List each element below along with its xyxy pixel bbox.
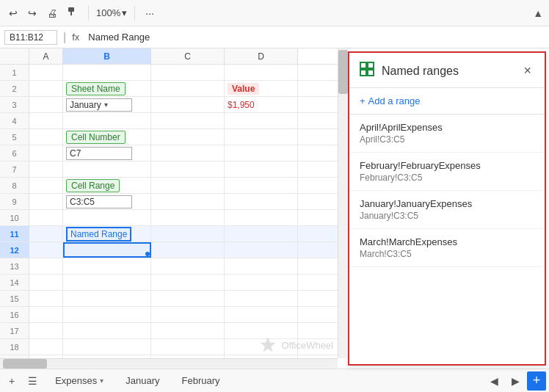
tab-january[interactable]: January: [115, 372, 170, 389]
cell-a4[interactable]: [29, 113, 63, 128]
row-number: 4: [0, 113, 29, 128]
cell-c7[interactable]: [151, 161, 225, 177]
cell-a2[interactable]: [29, 81, 63, 96]
cell-c9[interactable]: [151, 194, 225, 209]
cell-d1[interactable]: [225, 65, 298, 80]
sheet-list-button[interactable]: ☰: [22, 372, 43, 390]
watermark-text: OfficeWheel: [281, 340, 333, 351]
table-row: 3 January ▾ $1,950: [0, 97, 348, 113]
cell-b2[interactable]: Sheet Name: [63, 81, 151, 96]
cell-b9[interactable]: C3:C5: [63, 194, 151, 209]
cell-c10[interactable]: [151, 210, 225, 225]
cell-d2[interactable]: Value: [225, 81, 298, 96]
cell-d11[interactable]: [225, 226, 298, 242]
cell-c8[interactable]: [151, 178, 225, 193]
cell-b10[interactable]: [63, 210, 151, 225]
table-row: 6 C7: [0, 145, 348, 161]
row-number: 3: [0, 97, 29, 112]
svg-rect-3: [360, 62, 366, 68]
cell-a12[interactable]: [29, 242, 63, 258]
cell-d3[interactable]: $1,950: [225, 97, 298, 112]
cell-a5[interactable]: [29, 129, 63, 145]
list-item[interactable]: February!FebruaryExpenses February!C3:C5: [349, 153, 545, 191]
row-number: 16: [0, 307, 29, 322]
table-row: 1: [0, 65, 348, 81]
cell-a1[interactable]: [29, 65, 63, 80]
value-header: Value: [228, 83, 259, 95]
add-range-button[interactable]: + Add a range: [349, 88, 545, 115]
redo-button[interactable]: ↪: [25, 6, 40, 21]
cell-number-input[interactable]: C7: [66, 147, 132, 160]
cell-b12[interactable]: [63, 242, 151, 258]
horizontal-scrollbar[interactable]: [0, 358, 338, 369]
grid-icon: [360, 62, 374, 80]
cell-a9[interactable]: [29, 194, 63, 209]
named-ranges-panel: Named ranges × + Add a range April!April…: [348, 51, 546, 366]
print-button[interactable]: 🖨: [44, 6, 60, 21]
row-number: 10: [0, 210, 29, 225]
cell-b7[interactable]: [63, 161, 151, 177]
cell-d6[interactable]: [225, 145, 298, 161]
more-button[interactable]: ···: [142, 6, 157, 21]
tab-scroll-left[interactable]: ◀: [484, 372, 504, 390]
zoom-control[interactable]: 100% ▾: [96, 7, 127, 18]
cell-a8[interactable]: [29, 178, 63, 193]
tab-scroll-right[interactable]: ▶: [506, 372, 526, 390]
sheet-name-dropdown[interactable]: January ▾: [66, 98, 132, 112]
cell-a11[interactable]: [29, 226, 63, 242]
undo-button[interactable]: ↩: [6, 6, 21, 21]
cell-a3[interactable]: [29, 97, 63, 112]
range-ref: March!C3:C5: [360, 249, 534, 259]
scrollbar-thumb[interactable]: [338, 50, 348, 94]
cell-c2[interactable]: [151, 81, 225, 96]
cell-c12[interactable]: [151, 242, 225, 258]
cell-c11[interactable]: [151, 226, 225, 242]
vertical-scrollbar[interactable]: [338, 48, 348, 358]
cell-d7[interactable]: [225, 161, 298, 177]
cell-c3[interactable]: [151, 97, 225, 112]
cell-c1[interactable]: [151, 65, 225, 80]
cell-c5[interactable]: [151, 129, 225, 145]
formula-input[interactable]: Named Range: [88, 32, 545, 43]
hscrollbar-thumb[interactable]: [3, 359, 47, 369]
cell-d5[interactable]: [225, 129, 298, 145]
col-header-d: D: [225, 48, 298, 64]
range-name: April!AprilExpenses: [360, 122, 534, 133]
cell-d9[interactable]: [225, 194, 298, 209]
toolbar-separator2: [134, 6, 135, 21]
tab-expenses[interactable]: Expenses ▾: [45, 372, 114, 389]
row-number: 7: [0, 161, 29, 177]
cell-c4[interactable]: [151, 113, 225, 128]
cell-b6[interactable]: C7: [63, 145, 151, 161]
cell-d4[interactable]: [225, 113, 298, 128]
cell-d12[interactable]: [225, 242, 298, 258]
cell-range-input[interactable]: C3:C5: [66, 195, 132, 208]
cell-c6[interactable]: [151, 145, 225, 161]
cell-d8[interactable]: [225, 178, 298, 193]
close-button[interactable]: ×: [520, 62, 534, 80]
range-ref: February!C3:C5: [360, 173, 534, 183]
named-range-cell[interactable]: Named Range: [66, 227, 131, 242]
cell-b1[interactable]: [63, 65, 151, 80]
cell-a6[interactable]: [29, 145, 63, 161]
cell-b5[interactable]: Cell Number: [63, 129, 151, 145]
table-row: 11 Named Range: [0, 226, 348, 242]
svg-rect-1: [70, 12, 72, 15]
explore-button[interactable]: +: [527, 371, 546, 391]
cell-a10[interactable]: [29, 210, 63, 225]
list-item[interactable]: March!MarchExpenses March!C3:C5: [349, 229, 545, 267]
cell-reference-box[interactable]: B11:B12: [4, 30, 57, 45]
add-sheet-button[interactable]: +: [3, 372, 21, 390]
list-item[interactable]: April!AprilExpenses April!C3:C5: [349, 115, 545, 153]
cell-b4[interactable]: [63, 113, 151, 128]
cell-b3[interactable]: January ▾: [63, 97, 151, 112]
tab-february[interactable]: February: [172, 372, 230, 389]
list-item[interactable]: January!JanuaryExpenses January!C3:C5: [349, 191, 545, 229]
expenses-dropdown-icon: ▾: [100, 377, 103, 385]
cell-b8[interactable]: Cell Range: [63, 178, 151, 193]
cell-d10[interactable]: [225, 210, 298, 225]
cell-b11[interactable]: Named Range: [63, 226, 151, 242]
paint-format-button[interactable]: [65, 5, 81, 21]
collapse-button[interactable]: ▲: [533, 7, 543, 19]
cell-a7[interactable]: [29, 161, 63, 177]
